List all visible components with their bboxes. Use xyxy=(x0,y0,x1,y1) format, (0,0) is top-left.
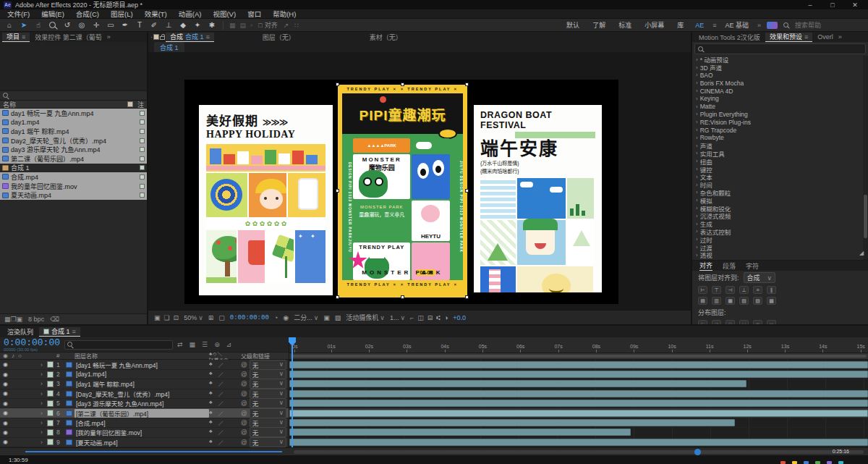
layer-name[interactable]: [合成.mp4] xyxy=(75,418,209,427)
expand-caret-icon[interactable]: › xyxy=(696,252,698,258)
comp-subtab[interactable]: 合成 1 xyxy=(154,42,184,53)
expand-caret-icon[interactable]: › xyxy=(696,174,698,180)
trash-icon[interactable]: ⌫ xyxy=(50,316,59,323)
close-button[interactable]: ✕ xyxy=(846,1,864,9)
layer-switches[interactable]: ♣／ xyxy=(209,371,241,378)
selection-handle[interactable] xyxy=(401,83,404,86)
layer-switches[interactable]: ♣／ xyxy=(209,439,241,446)
viewer-option-icon[interactable]: ▣ xyxy=(154,314,161,321)
effects-category-row[interactable]: › 时间 xyxy=(692,181,868,189)
eye-toggle-icon[interactable]: ◉ xyxy=(0,381,41,387)
timeline-option-icon[interactable]: ▦ xyxy=(190,341,196,348)
tab-align[interactable]: 对齐 xyxy=(699,261,712,271)
expand-caret-icon[interactable]: › xyxy=(696,166,698,172)
expand-caret-icon[interactable]: › xyxy=(696,228,698,235)
layer-switches[interactable]: ♣／ xyxy=(209,419,241,426)
project-item-row[interactable]: 合成 1 xyxy=(0,164,147,173)
tab-project[interactable]: 项目≡ xyxy=(2,33,30,42)
layer-row[interactable]: ◉ › 2 [day1.mp4] ♣／ @ 无∨ xyxy=(0,370,289,379)
magnification-dropdown[interactable]: 50%∨ xyxy=(184,314,203,321)
eye-toggle-icon[interactable]: ◉ xyxy=(0,410,41,416)
effects-category-row[interactable]: › CINEMA 4D xyxy=(692,87,868,95)
layer-name[interactable]: [Day2_摩天轮_雪儿（优秀）.mp4] xyxy=(75,389,209,398)
align-button[interactable]: ⊣ xyxy=(726,286,735,294)
layer-color-swatch[interactable] xyxy=(47,371,56,378)
layer-switches[interactable]: ♣／ xyxy=(209,380,241,387)
effects-category-row[interactable]: › Rowbyte xyxy=(692,134,868,142)
expand-caret-icon[interactable]: › xyxy=(696,88,698,94)
project-item-row[interactable]: Day2_摩天轮_雪儿（优秀）.mp4 xyxy=(0,136,147,145)
label-color-swatch[interactable] xyxy=(140,147,145,152)
selection-handle[interactable] xyxy=(465,83,469,86)
label-color-swatch[interactable] xyxy=(140,165,145,170)
expand-caret-icon[interactable]: › xyxy=(696,127,698,133)
viewer-option-icon[interactable]: ❏ xyxy=(164,314,170,321)
effects-category-row[interactable]: › 实用工具 xyxy=(692,150,868,158)
menu-item[interactable]: 视图(V) xyxy=(213,9,236,19)
pickwhip-icon[interactable]: @ xyxy=(241,400,247,407)
layer-switches[interactable]: ♣／ xyxy=(209,410,241,417)
align-button[interactable]: ▨ xyxy=(753,297,762,305)
snap-checkbox[interactable]: □ xyxy=(258,22,262,29)
viewer-option-icon[interactable]: ⊡ xyxy=(174,314,179,321)
playhead[interactable] xyxy=(292,337,293,447)
transparency-grid-icon[interactable]: ▨ xyxy=(335,314,341,321)
menu-item[interactable]: 帮助(H) xyxy=(273,9,296,19)
layer-row[interactable]: ◉ › 1 [day1 畅玩一夏 九鱼Ann.mp4] ♣／ @ 无∨ xyxy=(0,360,289,369)
eye-toggle-icon[interactable]: ◉ xyxy=(0,371,41,378)
region-of-interest-icon[interactable]: ▣ xyxy=(323,314,330,321)
label-color-swatch[interactable] xyxy=(140,119,145,125)
expand-caret-icon[interactable]: › xyxy=(696,244,698,250)
layer-name[interactable]: [第二课（葡萄乐园）.mp4] xyxy=(75,409,209,418)
eye-toggle-icon[interactable]: ◉ xyxy=(0,420,41,426)
menu-item[interactable]: 合成(C) xyxy=(76,9,99,19)
layer-name[interactable]: [day1 端午 粽粽.mp4] xyxy=(75,379,209,388)
expand-caret-icon[interactable]: › xyxy=(696,80,698,86)
label-color-swatch[interactable] xyxy=(140,111,145,116)
layer-name[interactable]: [day1 畅玩一夏 九鱼Ann.mp4] xyxy=(75,360,209,369)
viewer-right-icon[interactable]: ◫ xyxy=(417,314,424,321)
lock-icon[interactable] xyxy=(160,36,165,40)
effects-category-row[interactable]: › 声道 xyxy=(692,142,868,150)
align-button[interactable]: ⊢ xyxy=(698,286,707,294)
layer-name-column[interactable]: 图层名称 xyxy=(75,352,209,360)
timeline-option-icon[interactable]: ☰ xyxy=(202,341,208,348)
poster-dragon-boat[interactable]: DRAGON BOAT FESTIVAL 端午安康 {万水千山粽是情} {糯米肉… xyxy=(474,105,602,292)
expand-caret-icon[interactable]: › xyxy=(696,64,698,71)
panel-resize-grip-icon[interactable]: ◢ xyxy=(859,250,867,257)
layer-expand-caret[interactable]: › xyxy=(41,419,47,426)
layer-row[interactable]: ◉ › 3 [day1 端午 粽粽.mp4] ♣／ @ 无∨ xyxy=(0,379,289,389)
effects-category-row[interactable]: › Keying xyxy=(692,95,868,103)
pickwhip-icon[interactable]: @ xyxy=(241,361,247,368)
menu-item[interactable]: 动画(A) xyxy=(179,9,202,19)
toolbar-tool[interactable]: ✒ xyxy=(120,20,130,30)
layer-expand-caret[interactable]: › xyxy=(41,410,47,417)
selection-handle[interactable] xyxy=(465,295,469,299)
effects-category-row[interactable]: › Matte xyxy=(692,103,868,111)
tab-character[interactable]: 字符 xyxy=(746,261,759,271)
eye-toggle-icon[interactable]: ◉ xyxy=(0,400,41,407)
layer-expand-caret[interactable]: › xyxy=(41,439,47,446)
tab-composition[interactable]: 合成 合成 1 ≡ xyxy=(166,33,214,42)
effects-scrollbar[interactable] xyxy=(863,56,868,260)
toolbar-tool[interactable]: ✐ xyxy=(149,20,159,30)
parent-dropdown[interactable]: 无∨ xyxy=(250,437,286,447)
timeline-option-icon[interactable]: ⊿ xyxy=(226,341,232,348)
align-button[interactable]: ⊤ xyxy=(712,286,721,294)
exposure-value[interactable]: +0.0 xyxy=(453,314,466,321)
panel-menu-icon[interactable]: ≡ xyxy=(22,33,25,41)
tab-effect-controls[interactable]: 效果控件 第二课（葡萄 xyxy=(30,33,106,42)
project-item-row[interactable]: day1 畅玩一夏 九鱼Ann.mp4 xyxy=(0,109,147,118)
effects-category-row[interactable]: › Plugin Everything xyxy=(692,111,868,119)
axis-mode-icon[interactable]: ▫ xyxy=(250,22,252,29)
pickwhip-icon[interactable]: @ xyxy=(241,410,247,417)
layer-row[interactable]: ◉ › 5 [day3 游乐摩天轮 九鱼Ann.mp4] ♣／ @ 无∨ xyxy=(0,399,289,408)
effects-category-row[interactable]: › 3D 声道 xyxy=(692,64,868,72)
layer-color-swatch[interactable] xyxy=(47,410,56,416)
effects-search-input[interactable] xyxy=(707,46,844,53)
expand-caret-icon[interactable]: › xyxy=(696,119,698,125)
bit-depth-button[interactable]: 8 bpc xyxy=(28,316,44,323)
project-item-row[interactable]: day1.mp4 xyxy=(0,118,147,127)
menu-item[interactable]: 效果(T) xyxy=(145,9,167,19)
effects-category-row[interactable]: › 表达式控制 xyxy=(692,228,868,236)
